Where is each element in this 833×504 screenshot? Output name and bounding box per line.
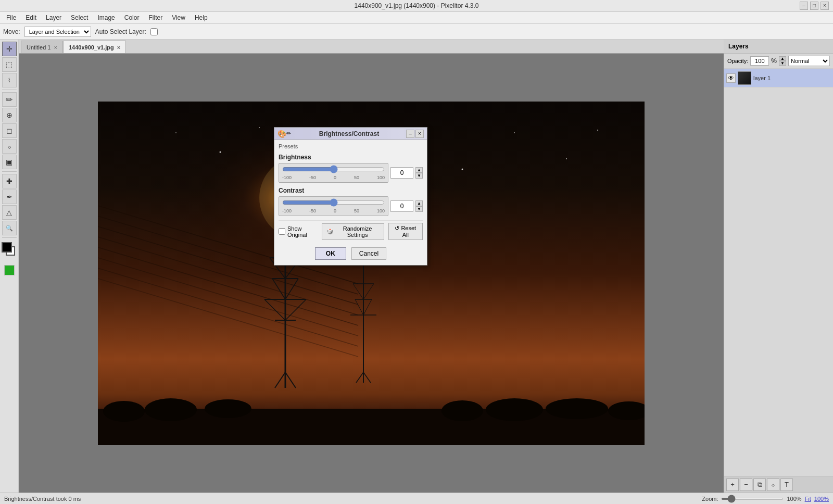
brush-tool[interactable]: ✏ [2,92,17,107]
svg-point-10 [514,132,515,133]
bc-contrast-ticks: -100 -50 0 50 100 [282,208,385,213]
eraser-tool[interactable]: ◻ [2,123,17,138]
tab-image-close[interactable]: × [117,44,120,51]
zoom-slider[interactable] [721,498,784,500]
move-label: Move: [3,28,20,35]
tab-untitled1[interactable]: Untitled 1 × [21,41,63,53]
bc-brightness-value-input[interactable] [390,167,413,179]
healing-tool[interactable]: ✚ [2,174,17,188]
menu-help[interactable]: Help [191,13,212,22]
svg-point-6 [220,152,221,153]
full-zoom-label[interactable]: 100% [814,496,829,502]
bc-cancel-button[interactable]: Cancel [351,247,386,260]
shapes-tool[interactable]: △ [2,205,17,220]
layer-item[interactable]: 👁 layer 1 [724,69,833,87]
svg-point-50 [441,400,483,421]
opacity-up[interactable]: ▲ [779,56,786,61]
left-toolbar: ✛ ⬚ ⌇ ✏ ⊕ ◻ ⬦ ▣ ✚ ✒ △ 🔍 [0,40,19,493]
move-tool-button[interactable]: ✛ [2,42,17,56]
tab-untitled1-close[interactable]: × [54,44,57,51]
minimize-button[interactable]: – [800,2,808,10]
title-bar: 1440x900_v1.jpg (1440x900) - Pixelitor 4… [0,0,833,11]
menu-bar: File Edit Layer Select Image Color Filte… [0,11,833,24]
add-layer-button[interactable]: + [726,478,739,491]
bc-randomize-button[interactable]: 🎲 Randomize Settings [322,223,384,240]
merge-layer-button[interactable]: ⬦ [767,478,779,491]
bc-dialog: 🎨 ✏ Brightness/Contrast – × Presets Brig… [274,127,427,266]
move-dropdown[interactable]: Layer and Selection Layer Only [24,27,91,37]
bc-contrast-down[interactable]: ▼ [415,206,423,212]
bc-contrast-label: Contrast [279,187,423,194]
bc-close-button[interactable]: × [415,130,424,138]
bc-edit-icon: ✏ [286,130,291,137]
toolbar: Move: Layer and Selection Layer Only Aut… [0,24,833,40]
bc-color-wheel-icon: 🎨 [277,130,286,138]
bc-title-bar[interactable]: 🎨 ✏ Brightness/Contrast – × [274,128,427,140]
bc-show-original-checkbox[interactable] [279,228,285,235]
pen-tool[interactable]: ✒ [2,190,17,204]
opacity-unit: % [771,57,777,65]
menu-select[interactable]: Select [67,13,92,22]
bc-brightness-up[interactable]: ▲ [415,167,423,173]
status-bar: Brightness/Contrast took 0 ms Zoom: 100%… [0,493,833,504]
layer-style-button[interactable]: T [780,478,793,491]
fit-label[interactable]: Fit [805,496,811,502]
bc-show-original-group: Show Original [279,225,318,238]
menu-file[interactable]: File [2,13,20,22]
foreground-color-swatch[interactable] [2,242,12,253]
tab-image[interactable]: 1440x900_v1.jpg × [63,41,126,53]
selection-rect-tool[interactable]: ⬚ [2,57,17,72]
bc-contrast-slider[interactable] [282,199,385,206]
blend-mode-dropdown[interactable]: Normal Dissolve Multiply Screen Overlay … [788,56,830,66]
svg-point-9 [462,169,463,170]
layer-visibility-icon[interactable]: 👁 [726,73,736,83]
tool-separator-2 [2,171,17,172]
close-button[interactable]: × [821,2,829,10]
bc-contrast-row: -100 -50 0 50 100 ▲ ▼ [279,196,423,216]
menu-filter[interactable]: Filter [144,13,167,22]
bc-contrast-value-input[interactable] [390,200,413,212]
green-tool[interactable] [4,265,15,275]
bc-action-row: OK Cancel [279,244,423,262]
bc-minimize-button[interactable]: – [406,130,414,138]
svg-point-47 [103,401,145,422]
menu-layer[interactable]: Layer [42,13,66,22]
tool-separator-3 [2,237,17,238]
bc-brightness-stepper: ▲ ▼ [415,167,423,179]
zoom-label: Zoom: [702,496,718,502]
bc-contrast-up[interactable]: ▲ [415,200,423,206]
zoom-tool[interactable]: 🔍 [2,221,17,235]
bc-ok-button[interactable]: OK [315,247,346,260]
bc-show-original-label: Show Original [287,225,318,238]
menu-edit[interactable]: Edit [21,13,41,22]
bc-brightness-row: -100 -50 0 50 100 ▲ ▼ [279,163,423,183]
delete-layer-button[interactable]: − [740,478,752,491]
svg-point-14 [259,127,260,128]
menu-image[interactable]: Image [93,13,119,22]
tool-separator-1 [2,90,17,90]
opacity-down[interactable]: ▼ [779,61,786,66]
bc-contrast-section: Contrast -100 -50 0 50 100 [279,187,423,216]
canvas-viewport: 🎨 ✏ Brightness/Contrast – × Presets Brig… [19,54,724,493]
bc-randomize-icon: 🎲 [326,228,334,235]
bc-reset-button[interactable]: ↺ Reset All [388,223,423,240]
bc-presets-label: Presets [279,143,423,149]
opacity-input[interactable] [750,56,769,66]
fill-tool[interactable]: ⬦ [2,139,17,154]
svg-point-49 [205,399,251,418]
layer-name-label: layer 1 [753,75,831,81]
menu-view[interactable]: View [168,13,190,22]
duplicate-layer-button[interactable]: ⧉ [753,478,766,491]
bc-brightness-slider[interactable] [282,166,385,173]
zoom-bar: Zoom: 100% Fit 100% [702,496,829,502]
bc-dialog-title: Brightness/Contrast [293,130,405,137]
clone-stamp-tool[interactable]: ⊕ [2,108,17,122]
opacity-label: Opacity: [727,58,748,64]
maximize-button[interactable]: □ [810,2,818,10]
gradient-tool[interactable]: ▣ [2,155,17,169]
main-area: ✛ ⬚ ⌇ ✏ ⊕ ◻ ⬦ ▣ ✚ ✒ △ 🔍 Untitled 1 × [0,40,833,493]
menu-color[interactable]: Color [120,13,144,22]
selection-lasso-tool[interactable]: ⌇ [2,73,17,87]
bc-brightness-down[interactable]: ▼ [415,173,423,179]
auto-select-checkbox[interactable] [150,28,158,35]
